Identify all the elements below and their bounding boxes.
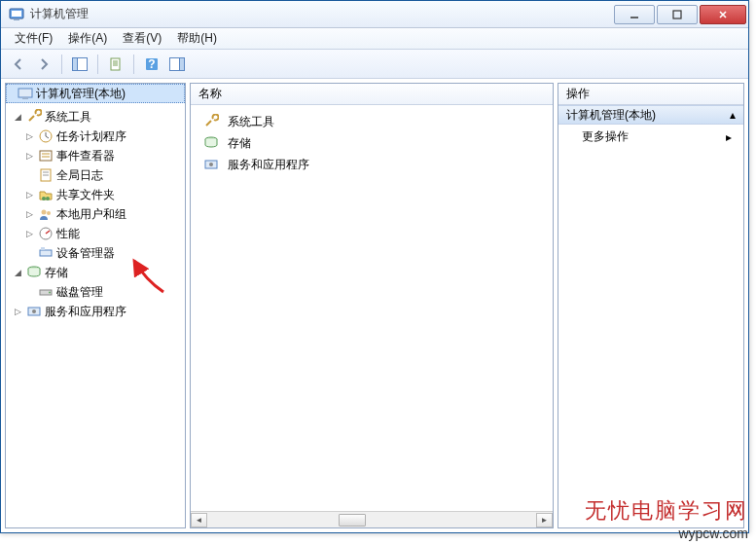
disk-icon	[38, 284, 54, 300]
tree-performance[interactable]: ▷性能	[8, 224, 183, 243]
tree-global-log[interactable]: 全局日志	[8, 165, 183, 185]
expand-icon[interactable]: ▷	[23, 151, 35, 161]
close-button[interactable]	[700, 5, 746, 24]
svg-rect-8	[73, 57, 78, 70]
users-icon	[38, 206, 54, 222]
tools-icon	[26, 109, 42, 125]
svg-point-27	[46, 197, 50, 200]
expand-icon[interactable]: ▷	[23, 209, 35, 219]
properties-button[interactable]	[104, 53, 127, 76]
tree-device-manager[interactable]: 设备管理器	[8, 243, 183, 263]
expand-icon[interactable]: ▷	[23, 229, 35, 238]
tree-storage[interactable]: ◢ 存储	[8, 263, 183, 282]
toolbar-separator	[97, 54, 98, 74]
action-more-operations[interactable]: 更多操作 ▸	[558, 125, 743, 149]
scroll-left-button[interactable]: ◄	[191, 513, 207, 527]
show-hide-tree-button[interactable]	[68, 53, 91, 76]
watermark: 无忧电脑学习网 wypcw.com	[585, 496, 748, 541]
actions-context-label: 计算机管理(本地)	[566, 107, 656, 124]
action-pane-button[interactable]	[165, 53, 189, 76]
actions-header: 操作	[558, 84, 743, 105]
menu-action[interactable]: 操作(A)	[60, 28, 115, 49]
tree-services-apps[interactable]: ▷ 服务和应用程序	[8, 302, 183, 321]
svg-rect-9	[111, 58, 120, 70]
storage-icon	[26, 265, 42, 280]
tools-icon	[203, 114, 219, 129]
menu-file[interactable]: 文件(F)	[7, 28, 60, 49]
app-icon	[9, 7, 24, 22]
clock-icon	[38, 128, 54, 144]
tree-shared-folders[interactable]: ▷共享文件夹	[8, 185, 183, 204]
tree-event-viewer[interactable]: ▷事件查看器	[8, 146, 183, 165]
scroll-track[interactable]	[207, 513, 536, 527]
svg-point-35	[49, 292, 51, 294]
tree-disk-management[interactable]: 磁盘管理	[8, 282, 183, 302]
actions-context-header[interactable]: 计算机管理(本地) ▴	[558, 105, 743, 125]
svg-rect-20	[40, 151, 52, 161]
list-header-name[interactable]: 名称	[191, 84, 553, 105]
expand-icon[interactable]: ▷	[23, 190, 35, 200]
svg-rect-18	[22, 97, 28, 99]
forward-button[interactable]	[32, 53, 55, 76]
svg-rect-16	[180, 57, 185, 70]
collapse-icon[interactable]: ◢	[12, 112, 23, 122]
collapse-arrow-icon: ▴	[730, 108, 736, 122]
tree-system-tools[interactable]: ◢ 系统工具	[8, 107, 183, 127]
svg-rect-17	[18, 89, 32, 97]
list-item-system-tools[interactable]: 系统工具	[197, 111, 547, 132]
toolbar: ?	[1, 50, 748, 79]
services-icon	[203, 157, 219, 172]
window-title: 计算机管理	[30, 6, 614, 22]
list-panel: 名称 系统工具 存储 服务和应用程序 ◄ ►	[190, 83, 554, 528]
event-viewer-icon	[38, 148, 54, 164]
actions-panel: 操作 计算机管理(本地) ▴ 更多操作 ▸	[558, 83, 744, 528]
svg-point-26	[42, 197, 46, 200]
svg-rect-31	[40, 250, 52, 256]
svg-text:?: ?	[148, 57, 155, 71]
tree-task-scheduler[interactable]: ▷任务计划程序	[8, 127, 183, 146]
window-frame: 计算机管理 文件(F) 操作(A) 查看(V) 帮助(H) ? 计算机管理(本地…	[0, 0, 749, 533]
list-item-label: 系统工具	[228, 114, 274, 130]
menu-view[interactable]: 查看(V)	[115, 28, 169, 49]
svg-rect-1	[12, 11, 21, 17]
collapse-icon[interactable]: ◢	[12, 268, 23, 277]
watermark-line1: 无忧电脑学习网	[585, 496, 748, 526]
horizontal-scrollbar[interactable]: ◄ ►	[191, 511, 553, 527]
shared-folder-icon	[38, 187, 54, 202]
submenu-arrow-icon: ▸	[726, 130, 732, 144]
svg-rect-32	[41, 247, 45, 250]
list-item-label: 服务和应用程序	[228, 157, 309, 173]
back-button[interactable]	[7, 53, 30, 76]
minimize-button[interactable]	[614, 5, 655, 24]
help-button[interactable]: ?	[140, 53, 163, 76]
toolbar-separator	[133, 54, 134, 74]
device-manager-icon	[38, 245, 54, 261]
tree-root-label: 计算机管理(本地)	[36, 86, 126, 102]
scroll-right-button[interactable]: ►	[536, 513, 553, 527]
titlebar[interactable]: 计算机管理	[1, 1, 748, 28]
list-item-label: 存储	[228, 135, 251, 152]
tree-local-users[interactable]: ▷本地用户和组	[8, 204, 183, 224]
storage-icon	[203, 135, 219, 151]
tree-root[interactable]: 计算机管理(本地)	[6, 84, 185, 103]
scroll-thumb[interactable]	[339, 514, 366, 527]
toolbar-separator	[61, 54, 62, 74]
svg-rect-2	[14, 18, 19, 20]
computer-icon	[18, 86, 33, 101]
svg-rect-4	[673, 11, 681, 18]
svg-point-40	[209, 163, 213, 166]
maximize-button[interactable]	[657, 5, 698, 24]
action-label: 更多操作	[582, 128, 629, 145]
list-item-storage[interactable]: 存储	[197, 132, 547, 154]
performance-icon	[38, 226, 54, 241]
expand-icon[interactable]: ▷	[23, 131, 35, 141]
tree-panel: 计算机管理(本地) ◢ 系统工具 ▷任务计划程序 ▷事件查看器	[5, 83, 186, 528]
svg-point-29	[47, 211, 51, 215]
svg-point-37	[32, 309, 36, 313]
services-icon	[26, 304, 42, 319]
svg-point-28	[42, 210, 47, 215]
menu-help[interactable]: 帮助(H)	[169, 28, 225, 49]
watermark-line2: wypcw.com	[585, 526, 748, 541]
list-item-services-apps[interactable]: 服务和应用程序	[197, 154, 547, 175]
expand-icon[interactable]: ▷	[12, 307, 23, 316]
